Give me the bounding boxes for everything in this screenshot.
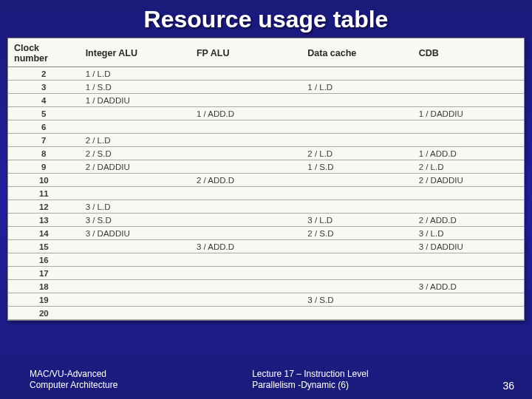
cell-cdb: 3 / L.D	[413, 227, 524, 240]
slide-footer: MAC/VU-Advanced Computer Architecture Le…	[0, 363, 532, 399]
cell-fp_alu	[191, 227, 301, 240]
cell-data_cache	[301, 174, 412, 187]
cell-clock: 2	[8, 67, 80, 81]
col-cdb: CDB	[413, 38, 524, 67]
footer-mid-line2: Parallelism -Dynamic (6)	[252, 380, 368, 392]
cell-data_cache	[301, 267, 412, 280]
resource-usage-table-container: Clock number Integer ALU FP ALU Data cac…	[7, 38, 525, 321]
cell-data_cache	[301, 134, 412, 147]
cell-cdb	[413, 307, 524, 320]
cell-data_cache	[301, 240, 412, 253]
cell-cdb	[413, 293, 524, 307]
table-row: 102 / ADD.D2 / DADDIU	[8, 174, 524, 187]
table-row: 51 / ADD.D1 / DADDIU	[8, 107, 524, 120]
cell-clock: 11	[8, 187, 80, 200]
cell-int_alu	[80, 267, 191, 280]
cell-data_cache	[301, 67, 412, 81]
cell-clock: 17	[8, 267, 80, 280]
cell-fp_alu	[191, 307, 301, 320]
cell-int_alu: 2 / DADDIU	[80, 160, 191, 174]
cell-clock: 14	[8, 227, 80, 240]
cell-int_alu: 3 / S.D	[80, 214, 191, 227]
cell-fp_alu	[191, 120, 301, 134]
cell-fp_alu	[191, 134, 301, 147]
cell-clock: 16	[8, 253, 80, 267]
cell-fp_alu	[191, 67, 301, 81]
cell-int_alu: 3 / L.D	[80, 200, 191, 214]
cell-data_cache: 2 / L.D	[301, 147, 412, 160]
cell-data_cache: 1 / L.D	[301, 81, 412, 94]
cell-fp_alu: 3 / ADD.D	[191, 240, 301, 253]
table-header-row: Clock number Integer ALU FP ALU Data cac…	[8, 38, 524, 67]
cell-cdb	[413, 94, 524, 107]
cell-clock: 18	[8, 280, 80, 293]
cell-cdb	[413, 187, 524, 200]
cell-int_alu: 1 / L.D	[80, 67, 191, 81]
table-row: 16	[8, 253, 524, 267]
cell-cdb: 1 / ADD.D	[413, 147, 524, 160]
footer-left: MAC/VU-Advanced Computer Architecture	[30, 369, 117, 392]
cell-fp_alu	[191, 253, 301, 267]
cell-cdb: 2 / DADDIU	[413, 174, 524, 187]
footer-middle: Lecture 17 – Instruction Level Paralleli…	[252, 369, 368, 392]
cell-data_cache	[301, 187, 412, 200]
cell-data_cache: 2 / S.D	[301, 227, 412, 240]
cell-cdb: 3 / DADDIU	[413, 240, 524, 253]
table-row: 183 / ADD.D	[8, 280, 524, 293]
cell-fp_alu	[191, 94, 301, 107]
cell-clock: 13	[8, 214, 80, 227]
cell-fp_alu	[191, 293, 301, 307]
table-row: 31 / S.D1 / L.D	[8, 81, 524, 94]
cell-fp_alu	[191, 267, 301, 280]
cell-data_cache	[301, 307, 412, 320]
cell-data_cache	[301, 200, 412, 214]
cell-cdb	[413, 67, 524, 81]
col-clock: Clock number	[8, 38, 80, 67]
cell-data_cache	[301, 107, 412, 120]
footer-left-line2: Computer Architecture	[30, 380, 117, 392]
footer-page-number: 36	[502, 380, 514, 392]
cell-fp_alu	[191, 280, 301, 293]
table-row: 193 / S.D	[8, 293, 524, 307]
table-row: 11	[8, 187, 524, 200]
cell-fp_alu	[191, 187, 301, 200]
cell-clock: 6	[8, 120, 80, 134]
cell-data_cache	[301, 280, 412, 293]
table-row: 21 / L.D	[8, 67, 524, 81]
cell-clock: 7	[8, 134, 80, 147]
cell-clock: 3	[8, 81, 80, 94]
cell-fp_alu	[191, 147, 301, 160]
table-row: 153 / ADD.D3 / DADDIU	[8, 240, 524, 253]
cell-int_alu	[80, 187, 191, 200]
table-row: 20	[8, 307, 524, 320]
table-row: 72 / L.D	[8, 134, 524, 147]
cell-int_alu: 1 / S.D	[80, 81, 191, 94]
cell-clock: 4	[8, 94, 80, 107]
cell-data_cache	[301, 94, 412, 107]
table-row: 143 / DADDIU2 / S.D3 / L.D	[8, 227, 524, 240]
col-int-alu: Integer ALU	[80, 38, 191, 67]
cell-fp_alu	[191, 214, 301, 227]
cell-int_alu	[80, 120, 191, 134]
cell-int_alu: 2 / S.D	[80, 147, 191, 160]
cell-int_alu	[80, 293, 191, 307]
table-row: 82 / S.D2 / L.D1 / ADD.D	[8, 147, 524, 160]
cell-clock: 8	[8, 147, 80, 160]
table-row: 17	[8, 267, 524, 280]
table-row: 41 / DADDIU	[8, 94, 524, 107]
table-row: 123 / L.D	[8, 200, 524, 214]
cell-clock: 9	[8, 160, 80, 174]
slide-title: Resource usage table	[0, 0, 532, 38]
cell-clock: 12	[8, 200, 80, 214]
col-dcache: Data cache	[301, 38, 412, 67]
table-row: 6	[8, 120, 524, 134]
cell-int_alu: 2 / L.D	[80, 134, 191, 147]
cell-cdb	[413, 81, 524, 94]
cell-clock: 5	[8, 107, 80, 120]
cell-clock: 20	[8, 307, 80, 320]
footer-left-line1: MAC/VU-Advanced	[30, 369, 117, 381]
resource-usage-table: Clock number Integer ALU FP ALU Data cac…	[8, 38, 524, 320]
cell-data_cache	[301, 253, 412, 267]
cell-fp_alu	[191, 160, 301, 174]
cell-int_alu: 1 / DADDIU	[80, 94, 191, 107]
